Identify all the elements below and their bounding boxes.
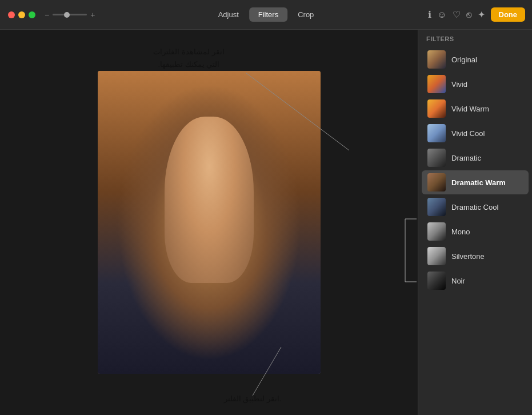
main-area: انقر لمشاهدة الفلتراتالتي يمكنك تطبيقها.… [0,30,532,415]
info-icon[interactable]: ℹ [428,9,431,20]
filter-label-dramatic-cool: Dramatic Cool [451,203,498,212]
filter-label-vivid-warm: Vivid Warm [451,105,489,113]
filter-label-mono: Mono [451,228,470,236]
close-button[interactable] [8,11,15,18]
filters-sidebar: FILTERS Original Vivid Vivid Warm Vivid … [418,30,532,415]
filter-label-dramatic: Dramatic [451,154,481,162]
filters-header: FILTERS [418,30,532,46]
face-icon[interactable]: ☺ [437,10,446,20]
filter-item-mono[interactable]: Mono [422,220,529,244]
traffic-lights [0,11,35,18]
filter-thumb-vivid-cool [427,124,446,142]
annotation-top: انقر لمشاهدة الفلتراتالتي يمكنك تطبيقها. [123,46,255,71]
zoom-slider-area: − + [45,10,95,19]
magic-icon[interactable]: ✦ [478,9,485,20]
share-icon[interactable]: ⎋ [466,10,472,20]
minimize-button[interactable] [18,11,25,18]
filter-thumb-noir [427,272,446,290]
filter-item-original[interactable]: Original [422,47,529,71]
filter-label-dramatic-warm: Dramatic Warm [451,178,506,187]
tab-crop[interactable]: Crop [289,7,323,22]
filter-label-silvertone: Silvertone [451,252,485,261]
filter-item-noir[interactable]: Noir [422,269,529,293]
tab-adjust[interactable]: Adjust [209,7,248,22]
filter-label-noir: Noir [451,277,465,285]
toolbar-right: ℹ ☺ ♡ ⎋ ✦ Done [428,7,525,22]
filter-thumb-vivid-warm [427,99,446,118]
filter-thumb-mono [427,222,446,241]
filter-thumb-dramatic [427,149,446,167]
filter-item-vivid[interactable]: Vivid [422,72,529,96]
filter-thumb-original [427,50,446,69]
filter-item-vivid-warm[interactable]: Vivid Warm [422,97,529,121]
zoom-in-icon[interactable]: + [90,10,95,19]
filter-item-dramatic[interactable]: Dramatic [422,146,529,170]
titlebar: − + Adjust Filters Crop ℹ ☺ ♡ ⎋ ✦ Done [0,0,532,30]
heart-icon[interactable]: ♡ [453,9,461,20]
filter-item-dramatic-warm[interactable]: Dramatic Warm [422,170,529,194]
filter-thumb-dramatic-warm [427,173,446,191]
photo-area: انقر لمشاهدة الفلتراتالتي يمكنك تطبيقها.… [0,30,418,415]
filter-label-vivid: Vivid [451,80,467,89]
filter-label-vivid-cool: Vivid Cool [451,129,485,138]
done-button[interactable]: Done [491,7,526,22]
tab-filters[interactable]: Filters [249,7,287,22]
photo-preview [98,71,321,374]
zoom-slider[interactable] [53,14,87,15]
filter-item-vivid-cool[interactable]: Vivid Cool [422,121,529,145]
filter-thumb-dramatic-cool [427,198,446,216]
filter-label-original: Original [451,55,477,64]
maximize-button[interactable] [29,11,35,18]
filter-thumb-vivid [427,75,446,93]
filter-list: Original Vivid Vivid Warm Vivid Cool Dra… [418,46,532,415]
slider-thumb [64,12,70,18]
filter-thumb-silvertone [427,247,446,265]
tab-group: Adjust Filters Crop [209,7,323,22]
filter-item-silvertone[interactable]: Silvertone [422,244,529,268]
filter-item-dramatic-cool[interactable]: Dramatic Cool [422,195,529,219]
zoom-out-icon[interactable]: − [45,10,49,19]
annotation-bottom: انقر لتطبيق الفلتر. [201,393,304,405]
